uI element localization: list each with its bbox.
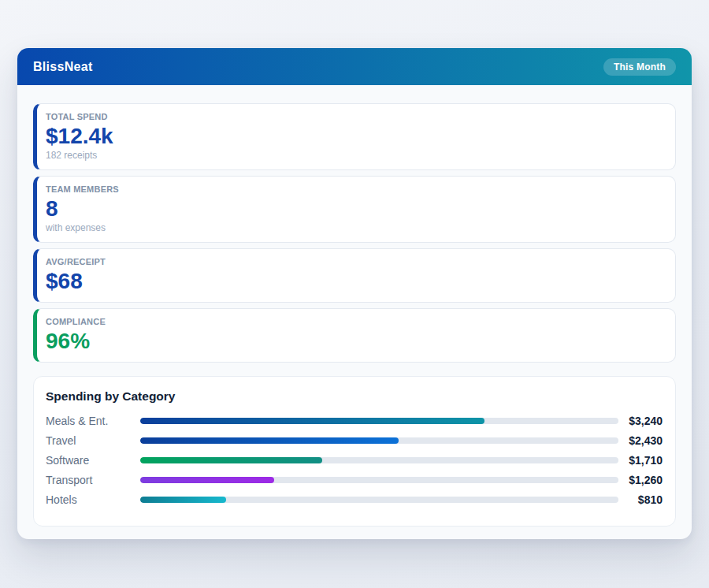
stat-label: TEAM MEMBERS [46,184,663,195]
app-body: TOTAL SPEND $12.4k 182 receipts TEAM MEM… [17,85,692,539]
category-bar-fill [140,437,399,444]
stat-card: TEAM MEMBERS 8 with expenses [33,176,676,243]
stat-label: AVG/RECEIPT [46,257,663,267]
category-card: Spending by Category Meals & Ent. $3,240… [33,376,676,527]
category-label: Transport [46,474,140,486]
category-bar-fill [140,418,484,424]
category-row: Hotels $810 [46,489,663,509]
stat-value: $12.4k [46,125,663,148]
app-header: BlissNeat This Month [17,48,692,85]
category-label: Hotels [46,493,140,506]
category-row: Software $1,710 [46,450,663,470]
category-title: Spending by Category [46,389,663,404]
stat-label: TOTAL SPEND [46,112,663,122]
category-bar-fill [140,497,226,503]
app-title: BlissNeat [33,60,93,74]
category-amount: $2,430 [618,434,663,447]
category-bar-track [140,477,618,483]
app-card: BlissNeat This Month TOTAL SPEND $12.4k … [17,48,692,539]
stat-value: 96% [46,329,663,353]
category-amount: $810 [618,493,663,506]
stat-value: 8 [46,197,663,221]
stat-value: $68 [46,270,663,293]
category-label: Meals & Ent. [46,415,140,427]
category-bar-fill [140,457,322,463]
category-bar-track [140,497,618,503]
category-bar-track [140,437,618,444]
period-badge[interactable]: This Month [603,58,676,76]
category-row: Transport $1,260 [46,470,663,489]
category-amount: $1,260 [618,474,663,486]
stat-card: COMPLIANCE 96% [33,308,676,363]
category-amount: $1,710 [618,454,663,467]
category-label: Travel [46,434,140,447]
category-rows: Meals & Ent. $3,240 Travel $2,430 Softwa… [46,411,663,509]
stat-sub: with expenses [46,222,663,233]
category-bar-fill [140,477,274,483]
stat-card: AVG/RECEIPT $68 [33,248,676,303]
stats-list: TOTAL SPEND $12.4k 182 receipts TEAM MEM… [33,103,676,363]
category-row: Travel $2,430 [46,430,663,450]
category-label: Software [46,454,140,467]
category-bar-track [140,457,618,463]
category-bar-track [140,418,618,424]
stat-sub: 182 receipts [46,150,663,161]
category-amount: $3,240 [618,415,663,427]
category-row: Meals & Ent. $3,240 [46,411,663,430]
stat-card: TOTAL SPEND $12.4k 182 receipts [33,103,676,170]
stat-label: COMPLIANCE [46,317,663,327]
